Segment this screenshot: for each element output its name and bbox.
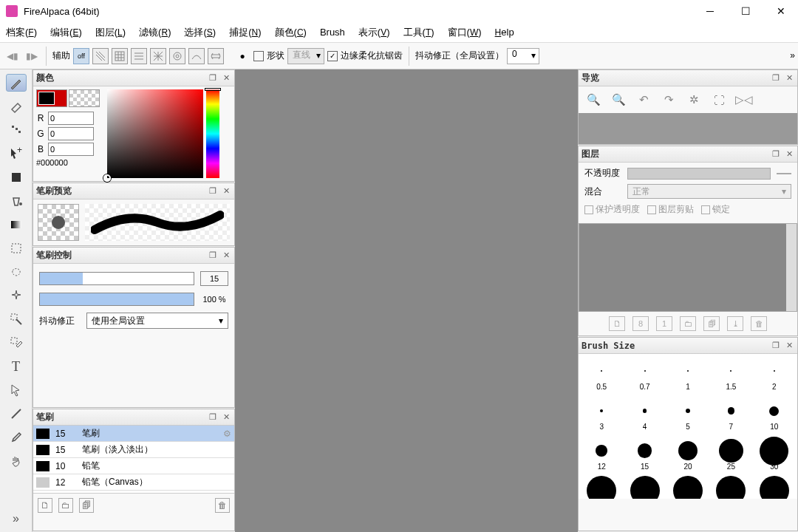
panel-pop-icon[interactable]: ❐ bbox=[771, 73, 781, 83]
shape-select[interactable]: 直线 bbox=[287, 48, 324, 64]
protect-check[interactable]: 保护透明度 bbox=[584, 203, 640, 216]
toolbar-overflow-icon[interactable]: » bbox=[790, 50, 795, 61]
assist-grid7-icon[interactable] bbox=[208, 48, 224, 64]
close-button[interactable]: ✕ bbox=[770, 0, 792, 22]
panel-close-icon[interactable]: ✕ bbox=[221, 186, 231, 197]
tool-expand-icon[interactable]: » bbox=[6, 510, 27, 528]
tool-lasso[interactable] bbox=[6, 263, 27, 281]
brush-size-cell[interactable]: 25 bbox=[711, 437, 751, 474]
panel-pop-icon[interactable]: ❐ bbox=[208, 250, 218, 261]
menu-help[interactable]: Help bbox=[495, 27, 514, 38]
assist-grid4-icon[interactable] bbox=[150, 48, 166, 64]
zoom-in-icon[interactable]: 🔍 bbox=[586, 92, 601, 107]
r-input[interactable] bbox=[48, 112, 94, 125]
menu-filter[interactable]: 滤镜(R) bbox=[139, 26, 171, 39]
tool-selectpen[interactable] bbox=[6, 310, 27, 328]
brush-size-cell[interactable]: 15 bbox=[624, 437, 664, 474]
menu-tool[interactable]: 工具(T) bbox=[403, 26, 434, 39]
brush-size-cell[interactable]: 40 bbox=[624, 477, 664, 499]
tool-divide[interactable] bbox=[6, 405, 27, 423]
brush-size-cell[interactable]: 1 bbox=[668, 357, 708, 394]
menu-brush[interactable]: Brush bbox=[320, 27, 345, 38]
menu-layer[interactable]: 图层(L) bbox=[95, 26, 126, 39]
opacity-slider[interactable] bbox=[39, 293, 194, 306]
tool-brush[interactable] bbox=[6, 74, 27, 92]
tool-bucket[interactable] bbox=[6, 192, 27, 210]
brush-folder-icon[interactable]: 🗀 bbox=[58, 498, 73, 513]
layer-merge-icon[interactable]: ⤓ bbox=[727, 316, 743, 331]
brush-size-cell[interactable]: 35 bbox=[582, 477, 621, 499]
menu-select[interactable]: 选择(S) bbox=[184, 26, 216, 39]
shape-dot-icon[interactable]: ● bbox=[234, 48, 250, 64]
bg-color-swatch[interactable] bbox=[69, 89, 100, 107]
panel-close-icon[interactable]: ✕ bbox=[221, 73, 231, 83]
brush-size-cell[interactable]: 60 bbox=[711, 477, 751, 499]
maximize-button[interactable]: ☐ bbox=[734, 0, 757, 22]
brush-size-cell[interactable]: 7 bbox=[711, 397, 751, 434]
blend-select[interactable]: 正常▾ bbox=[627, 184, 791, 199]
brush-size-cell[interactable]: 20 bbox=[668, 437, 708, 474]
brush-item[interactable]: 12铅笔（Canvas） bbox=[33, 474, 234, 491]
brush-size-cell[interactable]: 0.5 bbox=[582, 357, 621, 394]
reset-icon[interactable]: ✲ bbox=[686, 92, 701, 107]
brush-size-cell[interactable]: 50 bbox=[668, 477, 708, 499]
assist-off-button[interactable]: off bbox=[73, 48, 89, 64]
assist-grid6-icon[interactable] bbox=[188, 48, 205, 64]
brush-size-cell[interactable]: 30 bbox=[754, 437, 794, 474]
size-slider[interactable] bbox=[39, 272, 194, 285]
menu-file[interactable]: 档案(F) bbox=[6, 26, 37, 39]
sv-picker[interactable] bbox=[107, 89, 203, 178]
panel-close-icon[interactable]: ✕ bbox=[784, 341, 794, 351]
tool-gradient[interactable] bbox=[6, 216, 27, 233]
panel-close-icon[interactable]: ✕ bbox=[784, 149, 794, 160]
assist-grid2-icon[interactable] bbox=[112, 48, 128, 64]
tool-wand[interactable] bbox=[6, 287, 27, 304]
jitter-select[interactable]: 0 bbox=[507, 48, 539, 64]
tool-eraser[interactable] bbox=[6, 98, 27, 115]
panel-pop-icon[interactable]: ❐ bbox=[208, 73, 218, 83]
panel-close-icon[interactable]: ✕ bbox=[221, 250, 231, 261]
flip-icon[interactable]: ▷◁ bbox=[737, 92, 751, 107]
panel-close-icon[interactable]: ✕ bbox=[784, 73, 794, 83]
nav-fwd-icon[interactable]: ▮▶ bbox=[24, 48, 40, 64]
tool-hand[interactable] bbox=[6, 452, 27, 470]
tool-dots[interactable] bbox=[6, 121, 27, 139]
canvas-area[interactable] bbox=[235, 69, 578, 532]
layer-opacity-slider[interactable] bbox=[627, 168, 771, 180]
brush-size-cell[interactable]: 70 bbox=[754, 477, 794, 499]
brush-size-cell[interactable]: 0.7 bbox=[624, 357, 664, 394]
menu-view[interactable]: 表示(V) bbox=[358, 26, 390, 39]
layer-list[interactable] bbox=[579, 223, 797, 312]
scrollbar[interactable] bbox=[786, 224, 797, 311]
menu-edit[interactable]: 编辑(E) bbox=[50, 26, 82, 39]
tool-text[interactable]: T bbox=[6, 358, 27, 375]
panel-close-icon[interactable]: ✕ bbox=[221, 412, 231, 423]
assist-grid5-icon[interactable] bbox=[169, 48, 185, 64]
jitter-ctrl-select[interactable]: 使用全局设置▾ bbox=[86, 313, 228, 329]
rotate-cw-icon[interactable]: ↷ bbox=[661, 92, 676, 107]
brush-size-cell[interactable]: 4 bbox=[624, 397, 664, 434]
layer-new-icon[interactable]: 🗋 bbox=[609, 316, 625, 331]
menu-color[interactable]: 颜色(C) bbox=[275, 26, 307, 39]
hue-slider[interactable] bbox=[206, 89, 219, 178]
tool-move[interactable]: + bbox=[6, 145, 27, 163]
panel-pop-icon[interactable]: ❐ bbox=[208, 412, 218, 423]
brush-size-cell[interactable]: 1.5 bbox=[711, 357, 751, 394]
minimize-button[interactable]: ─ bbox=[699, 0, 721, 22]
assist-grid1-icon[interactable] bbox=[92, 48, 109, 64]
brush-new-icon[interactable]: 🗋 bbox=[38, 498, 52, 513]
brush-item[interactable]: 15笔刷⚙ bbox=[33, 426, 234, 442]
layer-dup-icon[interactable]: 🗐 bbox=[703, 316, 720, 331]
brush-size-cell[interactable]: 12 bbox=[582, 437, 621, 474]
brush-size-cell[interactable]: 3 bbox=[582, 397, 621, 434]
zoom-out-icon[interactable]: 🔍 bbox=[611, 92, 626, 107]
gear-icon[interactable]: ⚙ bbox=[223, 429, 231, 439]
brush-trash-icon[interactable]: 🗑 bbox=[215, 498, 230, 513]
menu-window[interactable]: 窗口(W) bbox=[448, 26, 482, 39]
fg-color-swatch[interactable] bbox=[36, 89, 67, 107]
tool-fill[interactable] bbox=[6, 168, 27, 186]
brush-size-cell[interactable]: 5 bbox=[668, 397, 708, 434]
panel-pop-icon[interactable]: ❐ bbox=[771, 341, 781, 351]
brush-size-cell[interactable]: 2 bbox=[754, 357, 794, 394]
panel-pop-icon[interactable]: ❐ bbox=[771, 149, 781, 160]
